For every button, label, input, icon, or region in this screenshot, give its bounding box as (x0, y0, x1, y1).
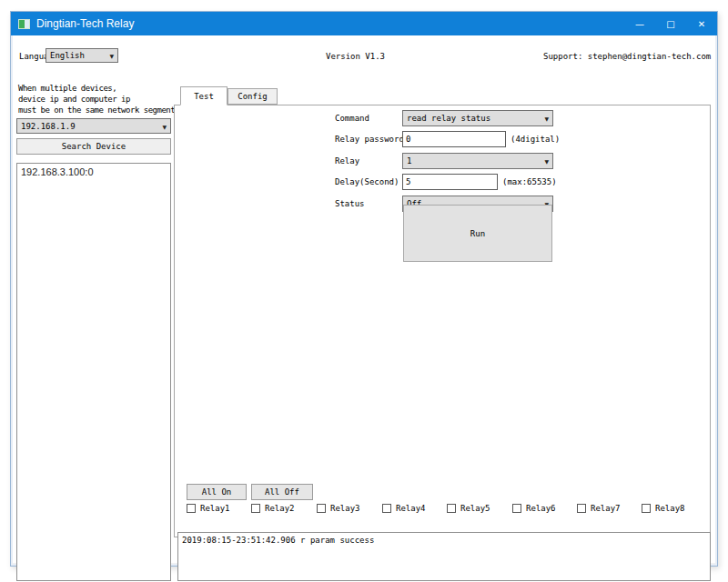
log-line: 2019:08:15-23:51:42.906 r param success (182, 536, 374, 545)
relay-label: Relay (335, 156, 359, 166)
tab-panel-test (174, 105, 711, 537)
note-line-2: device ip and computer ip (18, 94, 175, 105)
relay-value: 1 (407, 156, 411, 166)
note-line-3: must be on the same network segment (18, 105, 175, 115)
relay6-checkbox-input[interactable] (512, 504, 521, 513)
chevron-down-icon: ▼ (544, 158, 549, 165)
relay3-checkbox-label: Relay3 (330, 504, 360, 513)
log-output[interactable]: 2019:08:15-23:51:42.906 r param success (177, 532, 711, 581)
note-line-1: When multiple devices, (18, 83, 175, 94)
app-window: Dingtian-Tech Relay — □ ✕ Language Engli… (10, 11, 718, 567)
relay-password-note: (4digital) (511, 135, 560, 144)
relay7-checkbox-label: Relay7 (591, 504, 621, 513)
client-area: Language English ▼ Version V1.3 Support:… (13, 35, 715, 563)
support-text: Support: stephen@dingtian-tech.com (543, 52, 711, 61)
list-item[interactable]: 192.168.3.100:0 (17, 164, 170, 177)
relay1-checkbox-input[interactable] (187, 504, 196, 513)
relay2-checkbox[interactable]: Relay2 (251, 504, 295, 513)
tab-config[interactable]: Config (228, 88, 278, 105)
relay3-checkbox-input[interactable] (317, 504, 326, 513)
relay-select[interactable]: 1 ▼ (402, 153, 553, 169)
relay2-checkbox-label: Relay2 (265, 504, 295, 513)
relay5-checkbox-input[interactable] (447, 504, 456, 513)
all-on-button[interactable]: All On (187, 484, 247, 500)
window-title: Dingtian-Tech Relay (36, 17, 624, 30)
language-value: English (50, 51, 85, 60)
relay1-checkbox[interactable]: Relay1 (187, 504, 230, 513)
command-label: Command (335, 114, 369, 123)
run-button[interactable]: Run (403, 205, 552, 262)
local-ip-select[interactable]: 192.168.1.9 ▼ (16, 118, 171, 134)
relay4-checkbox-input[interactable] (382, 504, 391, 513)
status-label: Status (335, 199, 365, 208)
relay7-checkbox[interactable]: Relay7 (577, 504, 621, 513)
close-icon[interactable]: ✕ (686, 12, 717, 35)
command-select[interactable]: read relay status ▼ (402, 110, 553, 126)
relay8-checkbox-input[interactable] (642, 504, 651, 513)
relay5-checkbox[interactable]: Relay5 (447, 504, 490, 513)
chevron-down-icon: ▼ (544, 115, 549, 122)
app-icon (18, 19, 30, 29)
relay8-checkbox[interactable]: Relay8 (642, 504, 685, 513)
title-bar[interactable]: Dingtian-Tech Relay — □ ✕ (11, 12, 717, 35)
relay5-checkbox-label: Relay5 (460, 504, 490, 513)
language-select[interactable]: English ▼ (46, 48, 118, 63)
relay6-checkbox[interactable]: Relay6 (512, 504, 556, 513)
all-off-button[interactable]: All Off (251, 484, 313, 500)
minimize-icon[interactable]: — (624, 12, 655, 35)
relay2-checkbox-input[interactable] (251, 504, 260, 513)
relay4-checkbox[interactable]: Relay4 (382, 504, 426, 513)
relay1-checkbox-label: Relay1 (200, 504, 230, 513)
relay7-checkbox-input[interactable] (577, 504, 586, 513)
delay-note: (max:65535) (502, 177, 557, 186)
tab-test[interactable]: Test (180, 86, 228, 105)
chevron-down-icon: ▼ (109, 53, 114, 59)
version-text: Version V1.3 (326, 52, 385, 61)
network-note: When multiple devices, device ip and com… (18, 83, 175, 115)
search-device-button[interactable]: Search Device (16, 138, 171, 155)
relay6-checkbox-label: Relay6 (526, 504, 556, 513)
relay-password-label: Relay password (335, 135, 404, 144)
command-value: read relay status (407, 114, 490, 123)
local-ip-value: 192.168.1.9 (21, 122, 76, 131)
relay-password-input[interactable] (402, 131, 506, 147)
relay4-checkbox-label: Relay4 (396, 504, 426, 513)
delay-input[interactable] (402, 174, 498, 190)
device-list[interactable]: 192.168.3.100:0 (16, 163, 171, 581)
chevron-down-icon: ▼ (162, 123, 167, 129)
relay3-checkbox[interactable]: Relay3 (317, 504, 360, 513)
maximize-icon[interactable]: □ (655, 12, 686, 35)
delay-label: Delay(Second) (335, 177, 399, 186)
relay8-checkbox-label: Relay8 (655, 504, 685, 513)
